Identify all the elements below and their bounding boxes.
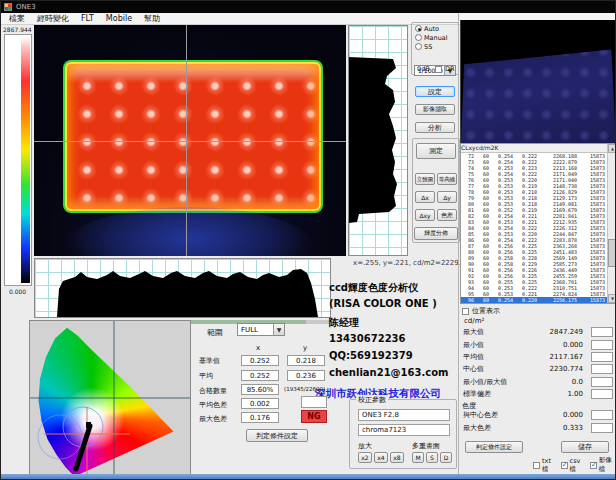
exposure-mode-option[interactable]: Manual <box>415 33 448 42</box>
exposure-mode-option[interactable]: Auto <box>415 24 448 33</box>
table-scrollbar[interactable]: ▲ ▼ <box>607 144 616 303</box>
vertical-luminance-profile <box>348 25 408 256</box>
vendor-info-line: 13430672236 <box>329 333 461 350</box>
judge-condition-button-right[interactable]: 判定條件設定 <box>465 441 523 453</box>
file-format-checkbox[interactable] <box>590 462 597 469</box>
dr-checkbox[interactable] <box>435 66 442 73</box>
chevron-down-icon[interactable]: ▼ <box>273 324 284 335</box>
cie-chromaticity-diagram <box>29 320 191 479</box>
contour-button[interactable]: 等高線 <box>437 173 457 185</box>
analyze-button[interactable]: 分析 <box>415 122 455 133</box>
colordiff-button[interactable]: 色差 <box>437 209 457 221</box>
file-format-option[interactable]: 影像檔 <box>590 456 615 474</box>
pass-count-detail: (19345/22600) <box>284 386 325 392</box>
radio-icon[interactable] <box>415 43 422 50</box>
luminance-dist-button[interactable]: 輝度分佈 <box>414 227 458 240</box>
capture-button[interactable]: 影像擷取 <box>415 104 455 115</box>
y-value: 0.236 <box>287 370 325 381</box>
zoom-label: 放大 <box>358 441 372 451</box>
multiscreen-button[interactable]: M <box>412 452 424 463</box>
stat-label: 中心值 <box>463 364 484 374</box>
save-button[interactable]: 儲存 <box>561 441 609 453</box>
chroma-stats: 與中心色差 0.000 最大色差 0.333 <box>463 409 613 434</box>
stat-label: 與中心色差 <box>463 410 498 420</box>
judge-condition-button-center[interactable]: 判定條件設定 <box>246 429 308 442</box>
judge-box <box>591 377 613 387</box>
y-value: 0.218 <box>287 355 325 366</box>
app-icon <box>4 3 12 11</box>
table-row-selected[interactable]: 96 60 0.254 0.220 2256.175 15873 <box>461 297 616 303</box>
file-format-label: csv檔 <box>570 457 584 474</box>
stat-label: 最小值/最大值 <box>463 377 507 387</box>
zoom-buttons: x2x4x8 <box>358 452 404 463</box>
panel-divider <box>458 13 459 474</box>
zoom-button[interactable]: x2 <box>358 452 372 463</box>
scroll-down-icon[interactable]: ▼ <box>608 294 616 303</box>
delta-x-button[interactable]: Δx <box>415 191 435 203</box>
radio-icon[interactable] <box>415 25 422 32</box>
row-label: 平均 <box>199 371 241 381</box>
judge-box <box>591 423 613 433</box>
cursor-readout: x=.255, y=.221, cd/m2=2229.401 <box>353 259 474 267</box>
horizontal-profile-shape <box>35 259 330 317</box>
exposure-modes: Auto Manual SS <box>415 24 448 51</box>
stat-row: 最小值 0.000 <box>463 338 613 350</box>
stat-row: 與中心色差 0.000 <box>463 409 613 421</box>
menu-item[interactable]: Mobile <box>106 14 132 23</box>
exposure-mode-option[interactable]: SS <box>415 42 448 51</box>
judge-box <box>591 364 613 374</box>
delta-xy-button[interactable]: Δxy <box>415 209 435 221</box>
zoom-button[interactable]: x8 <box>390 452 404 463</box>
file-format-option[interactable]: csv檔 <box>561 456 584 474</box>
vendor-info-line: ccd輝度色度分析仪 <box>329 281 461 298</box>
file-format-checkbox[interactable] <box>533 462 540 469</box>
colorbar-max-value: 2867.944 <box>3 26 32 33</box>
judge-box <box>591 327 613 337</box>
menu-item[interactable]: FLT <box>81 14 94 23</box>
file-format-option[interactable]: txt檔 <box>533 456 555 474</box>
menu-item[interactable]: 經時變化 <box>37 13 69 24</box>
range-selected-value: FULL <box>241 326 258 334</box>
calibration-param2-input[interactable]: chroma7123 <box>358 424 450 436</box>
menu-item[interactable]: 檔案 <box>9 13 25 24</box>
judge-box <box>591 389 613 399</box>
stat-label: 最小值 <box>463 340 484 350</box>
file-format-label: txt檔 <box>542 457 555 474</box>
delta-y-button[interactable]: Δy <box>437 191 457 203</box>
vendor-info-line: chenlian21@163.com <box>329 367 461 384</box>
gain-label: 0dB <box>417 65 430 73</box>
stat-value: 2230.774 <box>513 365 583 373</box>
scroll-up-icon[interactable]: ▲ <box>608 144 616 153</box>
stat-label: 平均值 <box>463 352 484 362</box>
settings-button[interactable]: 設定 <box>415 86 455 97</box>
luminance-heatmap[interactable] <box>34 25 346 256</box>
multiscreen-button[interactable]: S <box>426 452 438 463</box>
calibration-param1-input[interactable]: ONE3 F2.8 <box>358 409 450 421</box>
pass-count-label: 合格數量 <box>199 386 227 396</box>
view3d-button[interactable]: 立體圖 <box>415 173 435 185</box>
heatmap-hot-region <box>63 60 323 213</box>
window-title: ONE3 <box>16 3 36 11</box>
radio-icon[interactable] <box>415 34 422 41</box>
zoom-button[interactable]: x4 <box>374 452 388 463</box>
unit-label: cd/m² <box>464 317 484 325</box>
dr-checkbox-row[interactable]: DR <box>435 65 455 73</box>
position-display-row[interactable]: 位置表示 <box>462 306 500 316</box>
range-select[interactable]: FULL ▼ <box>237 323 285 336</box>
avg-colordiff-value: 0.002 <box>241 398 279 409</box>
position-display-checkbox[interactable] <box>462 308 469 315</box>
file-format-label: 影像檔 <box>599 456 615 474</box>
judge-box <box>591 352 613 362</box>
judge-result-box <box>301 396 327 408</box>
stat-value: 0.333 <box>513 424 583 432</box>
title-bar[interactable]: ONE3 <box>1 1 616 13</box>
preview-panel-image <box>461 20 616 143</box>
stat-value: 0.000 <box>513 411 583 419</box>
measure-button[interactable]: 測定 <box>416 143 456 159</box>
file-format-checkbox[interactable] <box>561 462 568 469</box>
menu-item[interactable]: 幫助 <box>144 13 160 24</box>
multiscreen-button[interactable]: D <box>440 452 452 463</box>
table-scrollbar-thumb[interactable] <box>608 239 616 267</box>
center-xy-rows: 基準值 0.252 0.218 平均 0.252 0.236 <box>199 353 339 383</box>
ng-status-badge: NG <box>301 410 327 423</box>
